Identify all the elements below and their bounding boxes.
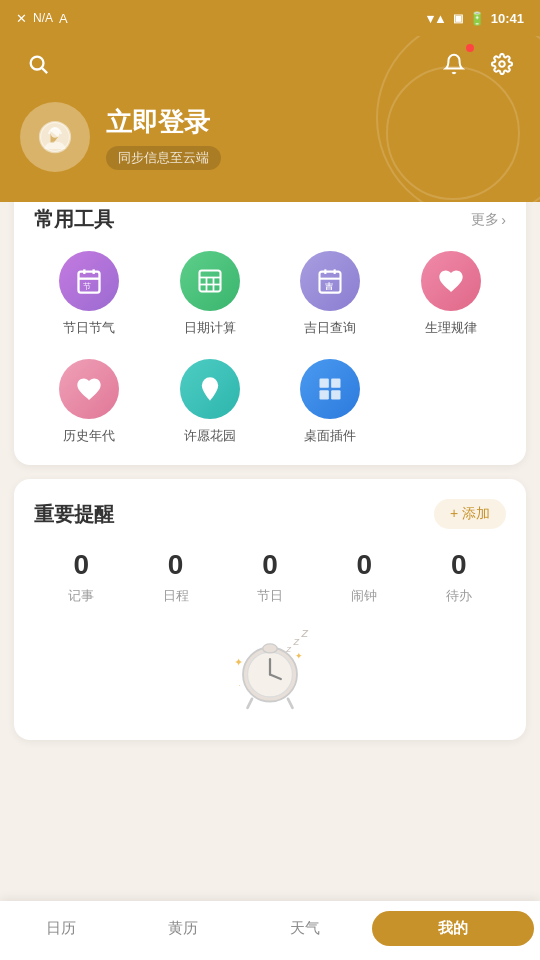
stat-schedule-label: 日程 bbox=[163, 587, 189, 605]
stat-alarm-label: 闹钟 bbox=[351, 587, 377, 605]
tool-label-auspicious: 吉日查询 bbox=[304, 319, 356, 337]
svg-point-0 bbox=[31, 57, 44, 70]
tool-icon-date-calc bbox=[180, 251, 240, 311]
status-bar: ✕ N/A A ▾▲ ▣ 🔋 10:41 bbox=[0, 0, 540, 36]
reminder-stats: 0 记事 0 日程 0 节日 0 闹钟 0 待办 bbox=[34, 549, 506, 605]
svg-text:✦: ✦ bbox=[295, 651, 303, 661]
tool-item-auspicious[interactable]: 吉 吉日查询 bbox=[275, 251, 386, 337]
header-icons bbox=[20, 46, 520, 82]
reminder-card: 重要提醒 + 添加 0 记事 0 日程 0 节日 0 闹钟 0 bbox=[14, 479, 526, 740]
tool-label-widget: 桌面插件 bbox=[304, 427, 356, 445]
tool-label-wish: 许愿花园 bbox=[184, 427, 236, 445]
stat-holiday-number: 0 bbox=[262, 549, 278, 581]
tool-icon-widget bbox=[300, 359, 360, 419]
svg-rect-21 bbox=[320, 379, 329, 388]
svg-point-4 bbox=[51, 127, 60, 138]
nav-item-mine[interactable]: 我的 bbox=[372, 911, 534, 946]
tool-icon-wish bbox=[180, 359, 240, 419]
stat-todo-label: 待办 bbox=[446, 587, 472, 605]
tool-label-physiology: 生理规律 bbox=[425, 319, 477, 337]
svg-text:·: · bbox=[239, 681, 241, 690]
tool-item-date-calc[interactable]: 日期计算 bbox=[155, 251, 266, 337]
status-na-text: N/A bbox=[33, 11, 53, 25]
profile-text: 立即登录 同步信息至云端 bbox=[106, 105, 221, 170]
wifi-icon: ▾▲ bbox=[427, 11, 447, 26]
battery-icon: 🔋 bbox=[469, 11, 485, 26]
tools-card-header: 常用工具 更多 › bbox=[34, 206, 506, 233]
svg-rect-23 bbox=[320, 390, 329, 399]
svg-rect-10 bbox=[199, 271, 220, 292]
tool-item-wish[interactable]: 许愿花园 bbox=[155, 359, 266, 445]
nav-label-calendar: 日历 bbox=[46, 919, 76, 938]
stat-schedule-number: 0 bbox=[168, 549, 184, 581]
profile-sub: 同步信息至云端 bbox=[106, 146, 221, 170]
sim-icon: ▣ bbox=[453, 12, 463, 25]
svg-text:z: z bbox=[301, 625, 309, 640]
reminder-title: 重要提醒 bbox=[34, 501, 114, 528]
avatar bbox=[20, 102, 90, 172]
tools-more-link[interactable]: 更多 › bbox=[471, 211, 506, 229]
header-right-icons bbox=[436, 46, 520, 82]
tool-slot-empty bbox=[396, 359, 507, 445]
tools-title: 常用工具 bbox=[34, 206, 114, 233]
stat-notes: 0 记事 bbox=[68, 549, 94, 605]
svg-text:✦: ✦ bbox=[234, 656, 243, 668]
svg-rect-22 bbox=[331, 379, 340, 388]
bottom-nav: 日历 黄历 天气 我的 bbox=[0, 901, 540, 960]
nav-label-almanac: 黄历 bbox=[168, 919, 198, 938]
main-content: 常用工具 更多 › 节 节日节气 bbox=[0, 186, 540, 834]
svg-text:吉: 吉 bbox=[326, 282, 334, 291]
tools-card: 常用工具 更多 › 节 节日节气 bbox=[14, 186, 526, 465]
tools-row-1: 节 节日节气 日期计算 bbox=[34, 251, 506, 337]
tool-icon-physiology bbox=[421, 251, 481, 311]
svg-line-1 bbox=[42, 68, 47, 73]
stat-alarm: 0 闹钟 bbox=[351, 549, 377, 605]
profile-name: 立即登录 bbox=[106, 105, 221, 140]
tool-item-festival[interactable]: 节 节日节气 bbox=[34, 251, 145, 337]
stat-todo: 0 待办 bbox=[446, 549, 472, 605]
status-right: ▾▲ ▣ 🔋 10:41 bbox=[427, 11, 524, 26]
status-a-icon: A bbox=[59, 11, 68, 26]
status-left: ✕ N/A A bbox=[16, 11, 68, 26]
add-reminder-button[interactable]: + 添加 bbox=[434, 499, 506, 529]
svg-text:节: 节 bbox=[83, 282, 91, 291]
stat-holiday: 0 节日 bbox=[257, 549, 283, 605]
svg-text:z: z bbox=[292, 634, 299, 647]
tool-label-date-calc: 日期计算 bbox=[184, 319, 236, 337]
nav-item-weather[interactable]: 天气 bbox=[244, 919, 366, 938]
empty-illustration: ✦ ✦ · z z z bbox=[34, 615, 506, 720]
stat-holiday-label: 节日 bbox=[257, 587, 283, 605]
stat-schedule: 0 日程 bbox=[163, 549, 189, 605]
nav-item-almanac[interactable]: 黄历 bbox=[122, 919, 244, 938]
stat-notes-label: 记事 bbox=[68, 587, 94, 605]
tool-item-history[interactable]: 历史年代 bbox=[34, 359, 145, 445]
tool-icon-history bbox=[59, 359, 119, 419]
svg-line-31 bbox=[288, 699, 293, 708]
tool-icon-auspicious: 吉 bbox=[300, 251, 360, 311]
tool-label-festival: 节日节气 bbox=[63, 319, 115, 337]
status-cross-icon: ✕ bbox=[16, 11, 27, 26]
time-display: 10:41 bbox=[491, 11, 524, 26]
stat-alarm-number: 0 bbox=[357, 549, 373, 581]
nav-item-calendar[interactable]: 日历 bbox=[0, 919, 122, 938]
nav-label-mine: 我的 bbox=[438, 919, 468, 938]
svg-point-2 bbox=[499, 61, 505, 67]
svg-point-29 bbox=[263, 644, 277, 653]
stat-notes-number: 0 bbox=[73, 549, 89, 581]
notification-button[interactable] bbox=[436, 46, 472, 82]
settings-button[interactable] bbox=[484, 46, 520, 82]
svg-line-30 bbox=[248, 699, 253, 708]
reminder-header: 重要提醒 + 添加 bbox=[34, 499, 506, 529]
tool-item-physiology[interactable]: 生理规律 bbox=[396, 251, 507, 337]
tools-row-2: 历史年代 许愿花园 bbox=[34, 359, 506, 445]
profile-section[interactable]: 立即登录 同步信息至云端 bbox=[20, 102, 520, 172]
header: 立即登录 同步信息至云端 bbox=[0, 36, 540, 202]
notification-dot bbox=[466, 44, 474, 52]
tool-label-history: 历史年代 bbox=[63, 427, 115, 445]
svg-rect-24 bbox=[331, 390, 340, 399]
svg-text:z: z bbox=[285, 643, 291, 654]
svg-point-20 bbox=[207, 383, 213, 389]
nav-label-weather: 天气 bbox=[290, 919, 320, 938]
tool-item-widget[interactable]: 桌面插件 bbox=[275, 359, 386, 445]
search-button[interactable] bbox=[20, 46, 56, 82]
